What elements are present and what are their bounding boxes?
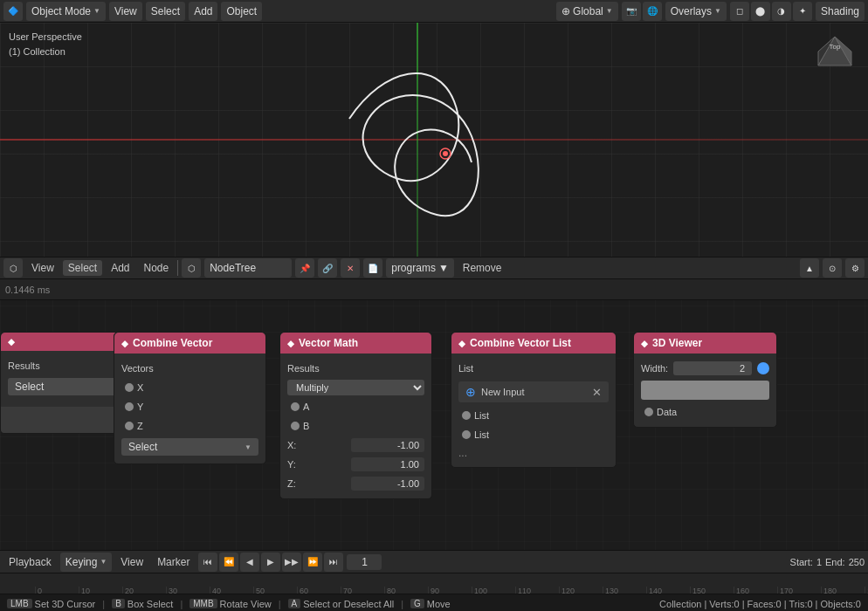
rotate-view-item: MMB Rotate View: [189, 599, 271, 609]
node-add-menu[interactable]: Add: [106, 260, 134, 276]
tmark-20: 20: [122, 587, 166, 594]
cv-y-row: Y: [114, 397, 265, 416]
move-label: Move: [427, 599, 451, 609]
combine-vector-list-node[interactable]: ◆ Combine Vector List List ⊕ New Input ✕…: [451, 332, 617, 468]
tmark-50: 50: [253, 587, 297, 594]
tmark-100: 100: [472, 587, 515, 594]
programs-dropdown[interactable]: programs ▼: [386, 258, 454, 278]
marker-menu[interactable]: Marker: [152, 554, 195, 570]
svg-point-1: [443, 151, 448, 156]
cvl-list1-label: List: [474, 410, 609, 421]
v3d-data-socket[interactable]: [644, 408, 653, 416]
perspective-label: User Perspective: [9, 30, 82, 45]
cvl-list1-socket[interactable]: [462, 411, 471, 420]
vm-b-socket[interactable]: [291, 422, 300, 430]
start-val[interactable]: 1: [816, 557, 822, 567]
vector-math-node[interactable]: ◆ Vector Math Results Multiply A B X:: [279, 332, 432, 499]
vm-operation-select[interactable]: Multiply: [287, 380, 424, 395]
vm-title: Vector Math: [299, 337, 358, 349]
node-snap-icon[interactable]: ⊙: [823, 258, 842, 278]
add-menu-top[interactable]: Add: [189, 2, 217, 21]
new-input-x[interactable]: ✕: [592, 386, 602, 399]
prev-frame-btn[interactable]: ⏪: [219, 553, 238, 572]
transform-label: Global: [573, 5, 603, 17]
end-val[interactable]: 250: [849, 557, 865, 567]
cvl-new-input-btn[interactable]: ⊕ New Input ✕: [458, 381, 609, 402]
v3d-width-val[interactable]: 2: [673, 361, 752, 375]
cvl-title: Combine Vector List: [470, 337, 571, 349]
node-type-icon[interactable]: ⬡: [182, 258, 201, 278]
orientation-cube[interactable]: Top: [809, 30, 861, 82]
camera-icon[interactable]: 📷: [622, 2, 641, 21]
v3d-color-box[interactable]: [641, 381, 769, 400]
view-menu[interactable]: View: [109, 2, 142, 21]
cvl-list2-socket[interactable]: [462, 430, 471, 439]
cv-y-socket[interactable]: [125, 402, 134, 411]
move-item: G Move: [410, 599, 451, 609]
step-back-btn[interactable]: ◀: [240, 553, 259, 572]
vm-y-label: Y:: [287, 459, 351, 470]
jump-end-btn[interactable]: ⏭: [324, 553, 343, 572]
view-playback-menu[interactable]: View: [115, 554, 148, 570]
material-icon[interactable]: ◑: [772, 2, 791, 21]
solid-icon[interactable]: ⬤: [751, 2, 770, 21]
node-up-icon[interactable]: ▲: [800, 258, 819, 278]
jump-start-btn[interactable]: ⏮: [198, 553, 217, 572]
node-close-icon[interactable]: ✕: [341, 258, 360, 278]
nodetree-dropdown[interactable]: NodeTree: [204, 258, 292, 278]
node-pin-icon[interactable]: 📌: [295, 258, 314, 278]
combine-vector-node[interactable]: ◆ Combine Vector Vectors X Y Z Select ▼: [114, 332, 266, 464]
overlays-dropdown[interactable]: Overlays ▼: [665, 2, 727, 21]
sep3: |: [279, 599, 281, 609]
tmark-150: 150: [690, 587, 734, 594]
select-menu-top[interactable]: Select: [146, 2, 185, 21]
blender-icon[interactable]: 🔷: [3, 2, 23, 21]
v3d-header: ◆ 3D Viewer: [634, 333, 776, 354]
node-select-menu[interactable]: Select: [63, 260, 102, 276]
end-label: End:: [825, 557, 845, 567]
vm-x-input[interactable]: -1.00: [351, 438, 425, 452]
vm-z-input[interactable]: [351, 477, 425, 491]
playback-menu[interactable]: Playback: [3, 554, 57, 570]
v3d-dot: ◆: [641, 339, 648, 348]
node-script-icon[interactable]: 📄: [363, 258, 382, 278]
object-menu-top[interactable]: Object: [221, 2, 262, 21]
shading-btn[interactable]: Shading: [816, 2, 865, 21]
cv-x-socket[interactable]: [125, 383, 134, 392]
step-fwd-btn[interactable]: ▶▶: [282, 553, 301, 572]
b-key: B: [112, 599, 125, 608]
keying-dropdown[interactable]: Keying ▼: [60, 553, 113, 572]
nodetree-label: NodeTree: [210, 262, 256, 274]
cv-z-row: Z: [114, 416, 265, 436]
cv-z-socket[interactable]: [125, 422, 134, 430]
node-editor-area[interactable]: 0.1446 ms ◆ Results Select ▼ ◆: [0, 279, 868, 550]
viewer-3d-node[interactable]: ◆ 3D Viewer Width: 2 Data: [633, 332, 777, 428]
tmark-10: 10: [79, 587, 122, 594]
play-btn[interactable]: ▶: [261, 553, 280, 572]
cvl-header: ◆ Combine Vector List: [451, 333, 616, 354]
wireframe-icon[interactable]: ◻: [730, 2, 749, 21]
node-view-menu[interactable]: View: [26, 260, 59, 276]
scene-icon[interactable]: 🌐: [643, 2, 662, 21]
timeline[interactable]: 0 10 20 30 40 50 60 70 80 90 100 110 120…: [0, 573, 868, 594]
node-editor-icon[interactable]: ⬡: [3, 258, 23, 278]
v3d-width-dot[interactable]: [757, 362, 769, 374]
cvl-dots: ...: [451, 444, 616, 462]
remove-btn[interactable]: Remove: [458, 260, 507, 276]
node-settings-icon[interactable]: ⚙: [845, 258, 865, 278]
combine-vector-body: Vectors X Y Z Select ▼: [114, 354, 265, 463]
v3d-width-row: Width: 2: [634, 359, 776, 378]
rendered-icon[interactable]: ✦: [793, 2, 812, 21]
mode-dropdown[interactable]: Object Mode ▼: [26, 2, 106, 21]
select-dropdown-cv[interactable]: Select ▼: [121, 438, 258, 456]
vm-y-input[interactable]: [351, 457, 425, 471]
node-link-icon[interactable]: 🔗: [318, 258, 337, 278]
tmark-90: 90: [428, 587, 472, 594]
transform-dropdown[interactable]: ⊕ Global ▼: [556, 2, 618, 21]
current-frame[interactable]: 1: [347, 554, 382, 570]
next-frame-btn[interactable]: ⏩: [303, 553, 322, 572]
combine-vector-header: ◆ Combine Vector: [114, 333, 265, 354]
node-node-menu[interactable]: Node: [139, 260, 175, 276]
vm-a-socket[interactable]: [291, 402, 300, 411]
timeline-inner[interactable]: 0 10 20 30 40 50 60 70 80 90 100 110 120…: [0, 573, 868, 594]
